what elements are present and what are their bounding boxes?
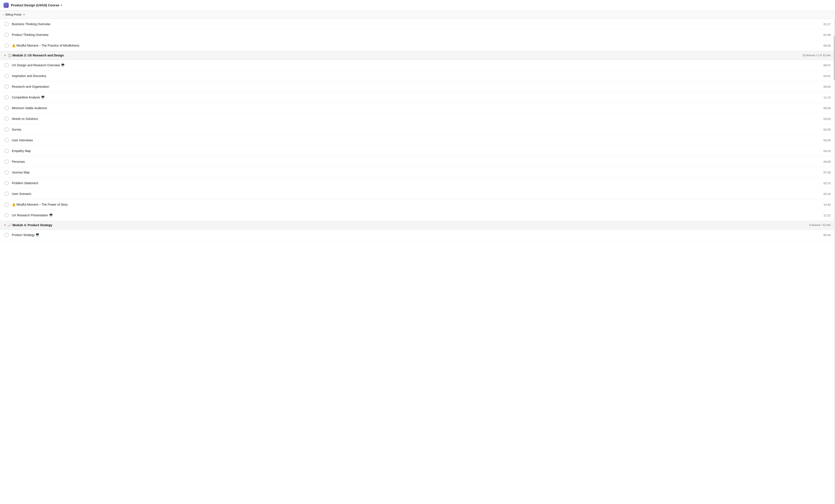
lesson-completion-circle <box>4 95 9 100</box>
list-item[interactable]: Empathy Map 04:19 <box>0 146 835 156</box>
lesson-duration: 09:47 <box>823 64 831 67</box>
list-item[interactable]: Journey Map 07:26 <box>0 167 835 178</box>
module-3-header[interactable]: ▾ 📋 Module 3: UX Research and Design 15 … <box>0 51 835 60</box>
list-item[interactable]: ⚠️ Mindful Moment – The Power of Story 1… <box>0 199 835 210</box>
course-title[interactable]: Product Design (UX/UI) Course ▾ <box>11 3 62 7</box>
lesson-duration: 02:15 <box>823 182 831 185</box>
lesson-title: Personas <box>12 160 819 163</box>
list-item[interactable]: UX Research Presentation 🖥️ 11:22 <box>0 210 835 221</box>
lesson-completion-circle <box>4 213 9 217</box>
list-item[interactable]: Inspiration and Discovery 03:41 <box>0 71 835 81</box>
lesson-title: Journey Map <box>12 171 819 174</box>
list-item[interactable]: UX Design and Research Overview 🖥️ 09:47 <box>0 60 835 71</box>
lesson-title: Problem Statement <box>12 181 819 185</box>
lesson-title: ⚠️ Mindful Moment – The Practice of Mind… <box>12 44 819 47</box>
lesson-completion-circle <box>4 127 9 132</box>
list-item[interactable]: User Scenario 03:19 <box>0 189 835 199</box>
lesson-completion-circle <box>4 22 9 26</box>
lesson-title: Product Strategy 🖥️ <box>12 233 819 237</box>
list-item[interactable]: Business Thinking Overview 01:17 <box>0 19 835 29</box>
lesson-duration: 04:05 <box>823 160 831 163</box>
module-4-title: 📈 Module 4: Product Strategy <box>8 223 809 227</box>
lesson-duration: 11:22 <box>823 214 831 217</box>
lesson-completion-circle <box>4 181 9 185</box>
list-item[interactable]: Product Strategy 🖥️ 05:44 <box>0 230 835 240</box>
lesson-completion-circle <box>4 106 9 110</box>
lesson-completion-circle <box>4 33 9 37</box>
lesson-title: Needs vs Solutions <box>12 117 819 121</box>
add-tab-button[interactable]: + <box>23 13 25 17</box>
lesson-duration: 04:35 <box>823 139 831 142</box>
list-item[interactable]: Survey 02:05 <box>0 124 835 135</box>
lesson-title: UX Design and Research Overview 🖥️ <box>12 63 819 67</box>
lesson-completion-circle <box>4 138 9 142</box>
module-3-title: 📋 Module 3: UX Research and Design <box>8 54 802 57</box>
back-button[interactable]: ‹ <box>3 13 4 16</box>
list-item[interactable]: Needs vs Solutions 02:03 <box>0 113 835 124</box>
module-collapse-icon: ▾ <box>4 54 6 57</box>
list-item[interactable]: Personas 04:05 <box>0 156 835 167</box>
module-4-meta: 5 lessons • 32 min <box>809 224 831 227</box>
lesson-completion-circle <box>4 192 9 196</box>
lesson-completion-circle <box>4 117 9 121</box>
lesson-completion-circle <box>4 160 9 164</box>
lesson-completion-circle <box>4 84 9 89</box>
lesson-title: ⚠️ Mindful Moment – The Power of Story <box>12 203 819 206</box>
lesson-title: Survey <box>12 128 819 131</box>
content-area: Business Thinking Overview 01:17 Product… <box>0 19 835 240</box>
lesson-title: Product Thinking Overview <box>12 33 819 37</box>
lesson-duration: 09:26 <box>823 44 831 47</box>
breadcrumb-bar: ‹ Billing Portal + <box>0 10 835 19</box>
lesson-duration: 04:19 <box>823 149 831 153</box>
lesson-completion-circle <box>4 63 9 67</box>
lesson-duration: 05:44 <box>823 233 831 237</box>
lesson-completion-circle <box>4 202 9 207</box>
lesson-duration: 02:05 <box>823 128 831 131</box>
list-item[interactable]: User Interviews 04:35 <box>0 135 835 146</box>
lesson-title: User Interviews <box>12 139 819 142</box>
lesson-duration: 03:41 <box>823 75 831 78</box>
top-bar: Product Design (UX/UI) Course ▾ <box>0 0 835 10</box>
lesson-duration: 03:19 <box>823 192 831 195</box>
lesson-title: UX Research Presentation 🖥️ <box>12 213 819 217</box>
module-3-meta: 15 lessons • 1 hr 32 min <box>802 54 831 57</box>
course-dropdown-icon[interactable]: ▾ <box>61 4 62 7</box>
lesson-duration: 06:59 <box>823 107 831 110</box>
lesson-duration: 01:17 <box>823 23 831 26</box>
lesson-completion-circle <box>4 74 9 78</box>
lesson-duration: 07:26 <box>823 171 831 174</box>
list-item[interactable]: Competitive Analysis 🖥️ 11:13 <box>0 92 835 103</box>
module-collapse-icon: ▾ <box>4 224 6 227</box>
list-item[interactable]: ⚠️ Mindful Moment – The Practice of Mind… <box>0 40 835 51</box>
lesson-title: Inspiration and Discovery <box>12 74 819 78</box>
lesson-duration: 14:43 <box>823 203 831 206</box>
course-title-text: Product Design (UX/UI) Course <box>11 3 59 7</box>
list-item[interactable]: Research and Organization 05:02 <box>0 81 835 92</box>
app-icon <box>3 3 9 8</box>
lesson-duration: 01:09 <box>823 33 831 37</box>
lesson-completion-circle <box>4 43 9 48</box>
lesson-completion-circle <box>4 233 9 237</box>
lesson-title: Research and Organization <box>12 85 819 88</box>
list-item[interactable]: Minimum Viable Audience 06:59 <box>0 103 835 113</box>
scrollbar-thumb[interactable] <box>834 36 835 80</box>
lesson-duration: 05:02 <box>823 85 831 88</box>
lesson-title: User Scenario <box>12 192 819 195</box>
lesson-completion-circle <box>4 170 9 174</box>
lesson-duration: 02:03 <box>823 117 831 121</box>
lesson-title: Minimum Viable Audience <box>12 106 819 110</box>
scrollbar-track[interactable] <box>834 19 835 240</box>
lesson-completion-circle <box>4 149 9 153</box>
lesson-title: Business Thinking Overview <box>12 22 819 26</box>
lesson-title: Competitive Analysis 🖥️ <box>12 96 819 99</box>
lesson-duration: 11:13 <box>823 96 831 99</box>
billing-portal-tab[interactable]: Billing Portal <box>5 13 21 16</box>
lesson-title: Empathy Map <box>12 149 819 153</box>
module-4-header[interactable]: ▾ 📈 Module 4: Product Strategy 5 lessons… <box>0 221 835 230</box>
list-item[interactable]: Product Thinking Overview 01:09 <box>0 29 835 40</box>
list-item[interactable]: Problem Statement 02:15 <box>0 178 835 189</box>
